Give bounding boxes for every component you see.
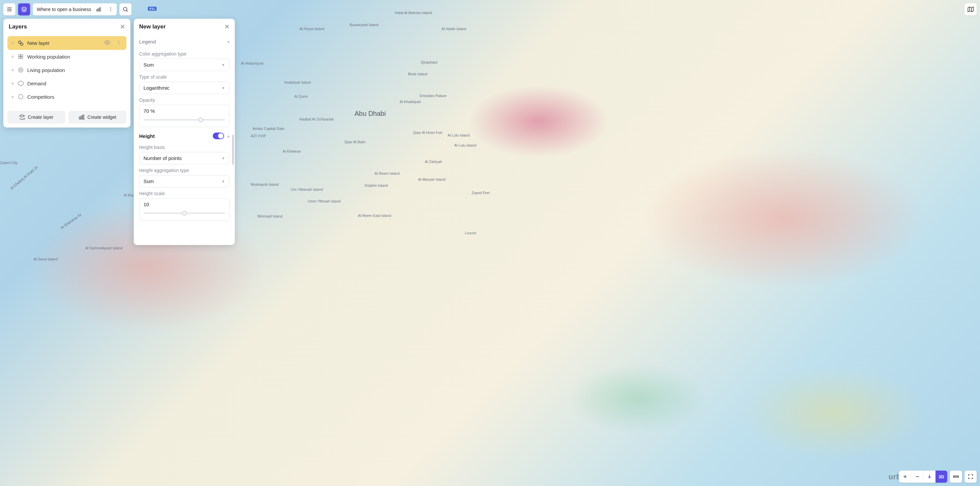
height-basis-label: Height basis <box>139 141 229 152</box>
map-label: Al Hidayriyyat <box>241 61 263 65</box>
scale-type-select[interactable]: Logarithmic ▼ <box>139 82 229 94</box>
svg-point-18 <box>118 41 119 41</box>
map-label: Hadbat Al Za'faranah <box>299 117 334 121</box>
layer-item-living-population[interactable]: ≡ Living population <box>7 63 126 76</box>
drag-handle-icon[interactable]: ≡ <box>11 68 14 73</box>
create-layer-label: Create layer <box>28 115 53 120</box>
chevron-down-icon: ▼ <box>221 179 225 183</box>
layer-type-icon <box>18 53 24 60</box>
map-label: Al Dana Island <box>33 257 57 261</box>
chevron-down-icon: ▾ <box>228 40 229 44</box>
fullscreen-button[interactable] <box>965 471 977 483</box>
layer-type-icon <box>18 93 24 100</box>
svg-marker-27 <box>18 81 23 86</box>
create-layer-button[interactable]: Create layer <box>7 111 65 124</box>
svg-rect-6 <box>100 8 101 11</box>
legend-label: Legend <box>139 39 156 45</box>
layer-more-button[interactable] <box>115 40 123 46</box>
scale-type-value: Logarithmic <box>143 85 170 91</box>
chevron-down-icon: ▼ <box>221 156 225 160</box>
opacity-unit: % <box>151 108 155 114</box>
visibility-toggle-icon[interactable] <box>103 40 112 46</box>
layer-label: Living population <box>27 67 65 73</box>
color-agg-select[interactable]: Sum ▼ <box>139 59 229 71</box>
ruler-button[interactable] <box>950 471 962 483</box>
svg-point-17 <box>107 42 108 43</box>
layer-item-working-population[interactable]: ≡ Working population <box>7 50 126 63</box>
close-layer-settings-button[interactable]: ✕ <box>224 24 229 30</box>
opacity-value: 70 <box>143 108 149 114</box>
svg-rect-21 <box>19 54 21 56</box>
widgets-button[interactable] <box>94 5 103 14</box>
zoom-out-button[interactable] <box>911 471 923 483</box>
map-label: AZI VVIP <box>251 134 266 138</box>
svg-rect-32 <box>80 117 81 119</box>
height-agg-select[interactable]: Sum ▼ <box>139 175 229 188</box>
svg-rect-33 <box>81 116 82 119</box>
map-label: Al Maryah Island <box>418 177 445 182</box>
map-label: Umm Yifenah Island <box>308 199 340 203</box>
map-label: Um Yifeenah Island <box>291 188 323 191</box>
height-scale-value: 10 <box>143 201 149 207</box>
layer-item-new-layer[interactable]: ≡ New layer <box>7 36 126 50</box>
svg-point-19 <box>118 42 119 43</box>
close-layers-button[interactable]: ✕ <box>120 24 125 30</box>
svg-rect-24 <box>21 57 22 59</box>
scrollbar-thumb[interactable] <box>232 135 234 165</box>
slider-thumb[interactable] <box>182 211 187 215</box>
svg-point-9 <box>110 10 111 11</box>
svg-point-16 <box>21 43 23 46</box>
height-section-label: Height <box>139 133 209 139</box>
map-label: Al Qurm <box>294 94 308 99</box>
map-label: Al Zahiyah <box>425 160 442 164</box>
map-label: Emirates Palace <box>420 94 447 98</box>
chevron-up-icon[interactable]: ▴ <box>228 134 229 138</box>
basemap-button[interactable] <box>965 3 977 15</box>
create-widget-button[interactable]: Create widget <box>68 111 126 124</box>
svg-point-28 <box>18 94 23 99</box>
svg-marker-3 <box>22 7 27 10</box>
create-widget-label: Create widget <box>87 115 116 120</box>
legend-section-toggle[interactable]: Legend ▾ <box>139 35 229 48</box>
map-label: Qirqishani <box>421 60 438 64</box>
zoom-in-button[interactable] <box>899 471 911 483</box>
svg-point-26 <box>18 68 23 72</box>
height-scale-slider[interactable] <box>143 211 225 215</box>
layers-toggle-button[interactable] <box>18 3 30 15</box>
svg-rect-23 <box>19 57 21 59</box>
search-button[interactable] <box>119 3 132 15</box>
project-more-button[interactable] <box>106 5 115 14</box>
drag-handle-icon[interactable]: ≡ <box>11 94 14 99</box>
chevron-down-icon: ▼ <box>221 86 225 90</box>
color-agg-value: Sum <box>143 62 154 68</box>
drag-handle-icon[interactable]: ≡ <box>11 81 14 86</box>
svg-rect-22 <box>21 54 22 56</box>
map-label: Dolphin Island <box>364 183 388 188</box>
svg-point-20 <box>118 43 119 44</box>
opacity-slider[interactable] <box>143 118 225 122</box>
layer-item-competitors[interactable]: ≡ Competitors <box>7 90 126 104</box>
map-label: Al Kheeran <box>283 149 301 153</box>
map-label: Al Reem East Island <box>358 214 391 218</box>
menu-button[interactable] <box>3 3 15 15</box>
layer-type-icon <box>18 67 24 73</box>
map-label: Al Sammaliyyah Island <box>85 246 123 250</box>
scale-type-label: Type of scale <box>139 71 229 82</box>
map-label: Zayed Port <box>472 191 490 195</box>
compass-button[interactable] <box>923 471 935 483</box>
layer-settings-title: New layer <box>139 24 165 30</box>
layer-item-demand[interactable]: ≡ Demand <box>7 76 126 90</box>
drag-handle-icon[interactable]: ≡ <box>11 40 14 46</box>
map-label: Al Halah Island <box>442 27 466 31</box>
project-title: Where to open a business <box>37 7 91 12</box>
layer-type-icon <box>18 80 24 87</box>
slider-thumb[interactable] <box>198 118 203 122</box>
svg-point-10 <box>123 7 127 11</box>
drag-handle-icon[interactable]: ≡ <box>11 54 14 59</box>
3d-toggle-button[interactable]: 3D <box>935 471 947 483</box>
opacity-label: Opacity <box>139 94 229 105</box>
height-basis-select[interactable]: Number of points ▼ <box>139 152 229 164</box>
map-label: Hodariyat Island <box>284 80 311 84</box>
height-toggle[interactable] <box>213 132 224 139</box>
layer-label: New layer <box>27 40 50 46</box>
